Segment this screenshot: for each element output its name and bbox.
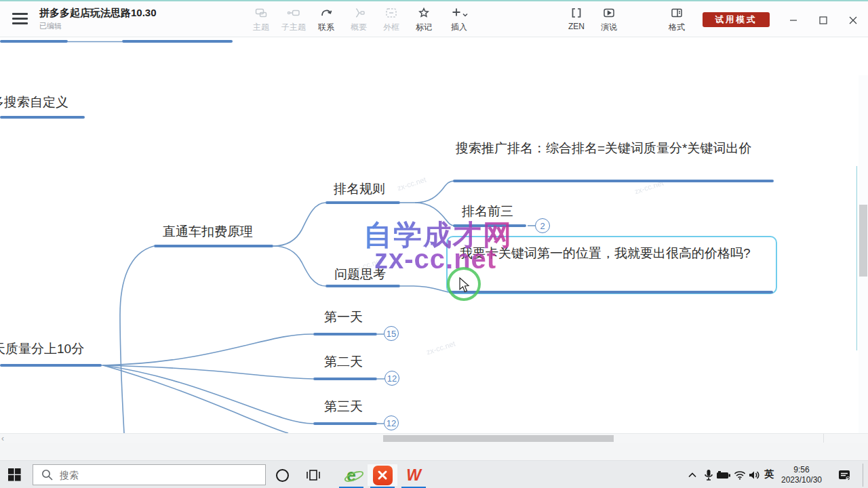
clipped-top-node-underline (0, 40, 68, 43)
node-pay-principle[interactable]: 直通车扣费原理 (163, 223, 253, 241)
taskbar-clock[interactable]: 9:56 2023/10/30 (778, 465, 825, 485)
ime-indicator[interactable]: 英 (764, 468, 774, 481)
tray-volume-button[interactable] (747, 468, 762, 482)
toolbar-button-format[interactable]: 格式 (661, 6, 692, 35)
cortana-button[interactable] (267, 464, 297, 486)
horizontal-scrollbar-thumb[interactable] (383, 435, 614, 442)
wps-icon: W (406, 466, 421, 485)
search-icon (41, 469, 53, 481)
node-day2[interactable]: 第二天 (324, 353, 363, 371)
summary-brace-icon (343, 6, 374, 21)
notification-icon (838, 470, 851, 481)
toolbar-button-summary[interactable]: 概要 (343, 6, 374, 35)
subtopic-icon (278, 6, 309, 21)
node-ranking-formula[interactable]: 搜索推广排名：综合排名=关键词质量分*关键词出价 (456, 139, 769, 157)
play-icon (593, 6, 625, 21)
node-underline (313, 333, 377, 336)
wps-taskbar-button[interactable]: W (399, 464, 429, 486)
wifi-icon (734, 470, 746, 480)
trial-mode-button[interactable]: 试用模式 (703, 12, 770, 27)
scroll-left-icon[interactable]: ‹ (1, 434, 8, 443)
windows-logo-icon (8, 468, 21, 481)
internet-explorer-icon: e (347, 467, 356, 484)
windows-taskbar: e W 英 9:56 2023/10/30 (0, 461, 868, 488)
ie-taskbar-button[interactable]: e (336, 464, 366, 486)
cortana-icon (275, 468, 290, 483)
speaker-icon (749, 470, 761, 480)
toolbar-button-marker[interactable]: 标记 (408, 6, 439, 35)
document-status: 已编辑 (39, 21, 62, 31)
minimize-icon (789, 16, 797, 24)
boundary-frame-icon (376, 6, 407, 21)
node-search-custom[interactable]: 多搜索自定义 (0, 94, 68, 111)
collapsed-count-badge[interactable]: 12 (384, 415, 399, 430)
task-view-icon (306, 469, 321, 481)
close-button[interactable] (844, 12, 862, 28)
clock-time: 9:56 (778, 465, 825, 475)
tray-battery-button[interactable] (716, 468, 731, 482)
action-center-button[interactable] (837, 468, 852, 482)
toolbar-button-topic[interactable]: 主题 (245, 6, 277, 35)
star-icon (408, 6, 439, 21)
node-underline (326, 285, 400, 287)
maximize-button[interactable] (814, 12, 832, 28)
menu-icon[interactable] (12, 13, 28, 25)
search-input[interactable] (60, 470, 236, 481)
node-underline (313, 378, 377, 380)
toolbar-button-relation[interactable]: 联系 (311, 6, 342, 35)
node-underline (313, 422, 377, 425)
horizontal-scrollbar[interactable]: ‹ (0, 433, 868, 443)
xmind-icon (373, 466, 393, 485)
collapsed-count-badge[interactable]: 15 (384, 326, 399, 341)
node-underline (449, 291, 773, 293)
window-bottom-strip (0, 443, 868, 461)
chevron-up-icon (688, 472, 697, 479)
toolbar-button-subtopic[interactable]: 子主题 (278, 6, 309, 35)
mouse-cursor (459, 277, 471, 293)
watermark-site-url: zx-cc.net (374, 244, 496, 274)
toolbar-button-present[interactable]: 演说 (593, 6, 625, 35)
plus-icon (441, 6, 477, 21)
battery-icon (716, 471, 731, 479)
node-ranking-rule[interactable]: 排名规则 (334, 180, 385, 198)
tray-chevron-button[interactable] (685, 468, 700, 482)
toolbar-button-zen[interactable]: ZEN (561, 6, 592, 35)
node-underline (0, 364, 102, 367)
start-button[interactable] (8, 468, 24, 482)
clock-date: 2023/10/30 (778, 475, 825, 485)
tray-microphone-button[interactable] (701, 468, 716, 482)
close-icon (849, 16, 857, 24)
scrollbar-divider (823, 434, 824, 443)
collapsed-count-badge[interactable]: 12 (384, 371, 399, 386)
mindmap-canvas[interactable]: zx-cc.net zx-cc.net zx-cc.net zx-cc.net … (0, 37, 868, 433)
zen-brackets-icon (561, 6, 592, 21)
clipped-top-node-underline (122, 40, 233, 43)
topic-icon (245, 6, 277, 21)
format-panel-icon (661, 6, 692, 21)
maximize-icon (819, 16, 827, 24)
minimize-button[interactable] (785, 12, 802, 28)
toolbar-button-boundary[interactable]: 外框 (376, 6, 407, 35)
relation-arrow-icon (311, 6, 342, 21)
tray-wifi-button[interactable] (732, 468, 747, 482)
app-toolbar: 拼多多起店玩法思路10.30 已编辑 主题 子主题 联系 概要 外框 标记 插 (0, 1, 868, 37)
node-underline (154, 245, 273, 247)
xmind-window: 拼多多起店玩法思路10.30 已编辑 主题 子主题 联系 概要 外框 标记 插 (0, 0, 868, 488)
microphone-icon (704, 469, 713, 481)
document-title: 拼多多起店玩法思路10.30 (39, 7, 157, 20)
node-underline (0, 116, 85, 119)
node-day3[interactable]: 第三天 (324, 398, 363, 415)
collapsed-count-badge[interactable]: 2 (535, 218, 550, 233)
taskbar-search[interactable] (33, 464, 266, 485)
node-underline (326, 201, 400, 204)
node-underline (453, 180, 774, 182)
node-quality-score[interactable]: 天质量分上10分 (0, 340, 84, 358)
xmind-taskbar-button[interactable] (368, 464, 397, 486)
page-edge-line (856, 166, 857, 350)
show-desktop-divider[interactable] (863, 464, 863, 487)
toolbar-button-insert[interactable]: 插入 (441, 6, 477, 35)
node-day1[interactable]: 第一天 (324, 308, 363, 326)
task-view-button[interactable] (298, 464, 328, 486)
vertical-scrollbar-thumb[interactable] (859, 205, 867, 277)
